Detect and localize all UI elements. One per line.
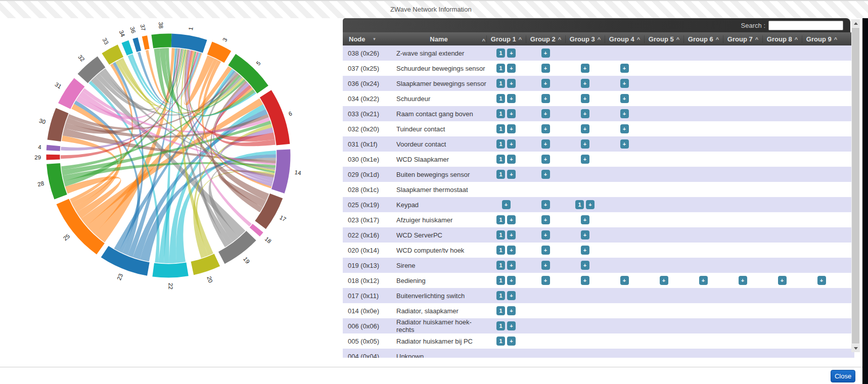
group-add-button[interactable]: + [541, 261, 550, 270]
group-add-button[interactable]: + [541, 230, 550, 239]
vertical-scrollbar[interactable] [851, 19, 860, 352]
group-add-button[interactable]: + [541, 64, 550, 73]
column-header-group-1[interactable]: Group 1^ [486, 35, 526, 43]
group-add-button[interactable]: + [660, 276, 668, 285]
group-add-button[interactable]: + [620, 64, 629, 73]
group-add-button[interactable]: + [620, 79, 629, 88]
group-add-button[interactable]: + [507, 291, 516, 300]
group-add-button[interactable]: + [620, 139, 629, 149]
group-add-button[interactable]: + [541, 109, 550, 118]
group-add-button[interactable]: + [541, 200, 550, 209]
column-header-group-9[interactable]: Group 9^ [802, 35, 841, 43]
column-header-group-6[interactable]: Group 6^ [683, 35, 723, 43]
group-add-button[interactable]: + [581, 155, 589, 164]
column-header-group-3[interactable]: Group 3^ [565, 35, 605, 43]
group-add-button[interactable]: + [581, 64, 589, 73]
group-add-button[interactable]: + [778, 276, 787, 285]
group-member-button[interactable]: 1 [496, 109, 505, 118]
group-cell-2: + [526, 200, 565, 209]
group-member-button[interactable]: 1 [496, 291, 505, 300]
group-member-button[interactable]: 1 [496, 64, 505, 73]
group-add-button[interactable]: + [541, 155, 550, 164]
group-add-button[interactable]: + [541, 215, 550, 224]
group-add-button[interactable]: + [541, 246, 550, 255]
group-add-button[interactable]: + [620, 124, 629, 133]
group-add-button[interactable]: + [581, 246, 589, 255]
group-add-button[interactable]: + [507, 306, 516, 315]
group-add-button[interactable]: + [507, 79, 516, 88]
scroll-up-button[interactable] [851, 19, 860, 27]
group-add-button[interactable]: + [507, 49, 516, 58]
group-add-button[interactable]: + [507, 276, 516, 285]
group-member-button[interactable]: 1 [496, 215, 505, 224]
group-member-button[interactable]: 1 [496, 337, 505, 346]
scroll-down-button[interactable] [851, 344, 860, 352]
group-add-button[interactable]: + [581, 109, 589, 118]
group-add-button[interactable]: + [541, 124, 550, 133]
group-member-button[interactable]: 1 [496, 261, 505, 270]
group-add-button[interactable]: + [507, 109, 516, 118]
group-add-button[interactable]: + [507, 321, 516, 330]
group-add-button[interactable]: + [507, 139, 516, 149]
group-member-button[interactable]: 1 [496, 139, 505, 149]
group-member-button[interactable]: 1 [496, 246, 505, 255]
column-header-group-7[interactable]: Group 7^ [723, 35, 762, 43]
group-add-button[interactable]: + [581, 124, 589, 133]
group-add-button[interactable]: + [507, 246, 516, 255]
group-member-button[interactable]: 1 [496, 170, 505, 179]
group-add-button[interactable]: + [620, 94, 629, 103]
group-add-button[interactable]: + [507, 230, 516, 239]
group-add-button[interactable]: + [586, 200, 595, 209]
column-header-group-2[interactable]: Group 2^ [526, 35, 565, 43]
group-header-label: Group 3 [570, 35, 595, 43]
group-cell-3: + [565, 230, 605, 239]
group-add-button[interactable]: + [699, 276, 708, 285]
group-member-button[interactable]: 1 [496, 306, 505, 315]
group-member-button[interactable]: 1 [496, 124, 505, 133]
column-header-name[interactable]: Name ^ [391, 35, 486, 43]
group-member-button[interactable]: 1 [496, 321, 505, 330]
column-header-group-5[interactable]: Group 5^ [644, 35, 683, 43]
group-add-button[interactable]: + [581, 215, 589, 224]
group-member-button[interactable]: 1 [496, 230, 505, 239]
table-row: 017 (0x11)Buitenverlichting switch1+ [343, 288, 854, 303]
group-add-button[interactable]: + [541, 170, 550, 179]
group-add-button[interactable]: + [581, 94, 589, 103]
group-add-button[interactable]: + [541, 139, 550, 149]
group-member-button[interactable]: 1 [496, 49, 505, 58]
group-member-button[interactable]: 1 [575, 200, 584, 209]
group-member-button[interactable]: 1 [496, 79, 505, 88]
group-add-button[interactable]: + [541, 276, 550, 285]
group-add-button[interactable]: + [581, 230, 589, 239]
group-add-button[interactable]: + [817, 276, 826, 285]
group-member-button[interactable]: 1 [496, 155, 505, 164]
group-add-button[interactable]: + [620, 276, 629, 285]
group-add-button[interactable]: + [541, 49, 550, 58]
node-name-cell: Radiator, slaapkamer [391, 307, 486, 315]
group-add-button[interactable]: + [507, 261, 516, 270]
group-add-button[interactable]: + [507, 170, 516, 179]
column-header-group-4[interactable]: Group 4^ [605, 35, 644, 43]
group-add-button[interactable]: + [581, 139, 589, 149]
group-add-button[interactable]: + [502, 200, 511, 209]
group-add-button[interactable]: + [620, 109, 629, 118]
group-add-button[interactable]: + [507, 155, 516, 164]
group-add-button[interactable]: + [507, 215, 516, 224]
group-add-button[interactable]: + [581, 79, 589, 88]
group-member-button[interactable]: 1 [496, 276, 505, 285]
group-member-button[interactable]: 1 [496, 94, 505, 103]
close-button[interactable]: Close [831, 370, 855, 382]
group-add-button[interactable]: + [581, 276, 589, 285]
group-add-button[interactable]: + [507, 64, 516, 73]
group-add-button[interactable]: + [507, 94, 516, 103]
column-header-node[interactable]: Node▼ [343, 35, 391, 43]
column-header-group-8[interactable]: Group 8^ [762, 35, 802, 43]
group-add-button[interactable]: + [541, 94, 550, 103]
search-input[interactable] [768, 21, 843, 30]
group-add-button[interactable]: + [507, 124, 516, 133]
group-add-button[interactable]: + [739, 276, 747, 285]
group-add-button[interactable]: + [541, 79, 550, 88]
group-add-button[interactable]: + [507, 337, 516, 346]
scrollbar-thumb[interactable] [852, 28, 859, 344]
group-add-button[interactable]: + [581, 261, 589, 270]
